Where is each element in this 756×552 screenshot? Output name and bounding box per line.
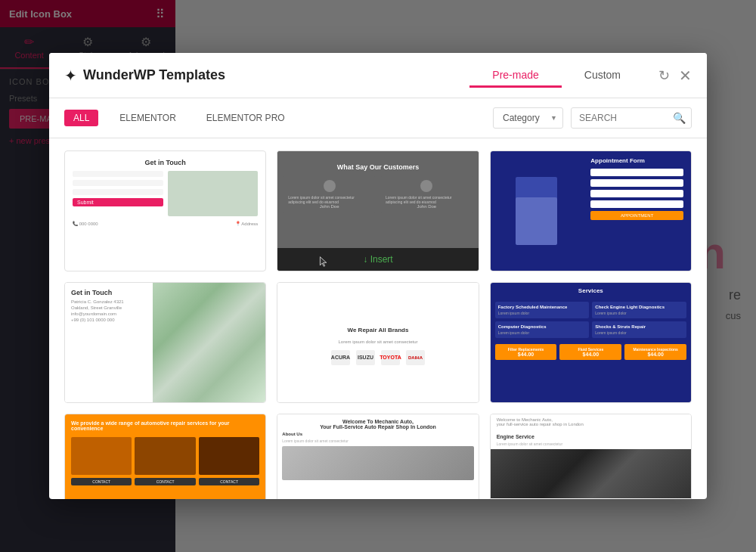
template-card[interactable]: Welcome To Mechanic Auto,Your Full-Servi… [277, 414, 479, 499]
modal-tabs: Pre-made Custom [469, 64, 643, 87]
filter-right: Category 🔍 [493, 107, 692, 129]
template-card[interactable]: Services Factory Scheduled Maintenance L… [490, 282, 692, 403]
close-icon[interactable]: ✕ [679, 67, 692, 85]
tab-premade[interactable]: Pre-made [469, 64, 561, 88]
tab-custom[interactable]: Custom [562, 64, 643, 88]
insert-button[interactable]: ↓ Insert [363, 254, 392, 265]
card-insert-overlay: ↓ Insert [277, 248, 478, 271]
logo-star-icon: ✦ [64, 67, 77, 85]
category-select[interactable]: Category [493, 107, 563, 129]
template-card[interactable]: We provide a wide range of automotive re… [64, 414, 266, 499]
refresh-icon[interactable]: ↻ [658, 67, 670, 84]
category-select-wrapper: Category [493, 107, 563, 129]
logo-text: WunderWP Templates [83, 67, 225, 83]
cursor [319, 256, 330, 269]
template-grid: Get in Touch Submit 📞 000 0000 📍 Address [49, 138, 707, 499]
template-card[interactable]: We Repair All Brands Lorem ipsum dolor s… [277, 282, 479, 403]
template-card[interactable]: Get in Touch Submit 📞 000 0000 📍 Address [64, 150, 266, 271]
template-card[interactable]: Get in Touch Patricia C. Gonzalez 4321 O… [64, 282, 266, 403]
insert-button[interactable]: ↓ Insert [575, 385, 607, 396]
filter-all-button[interactable]: ALL [64, 110, 98, 126]
insert-button[interactable]: ↓ Insert [149, 253, 181, 265]
modal-overlay: ✦ WunderWP Templates Pre-made Custom ↻ ✕… [0, 0, 756, 552]
insert-button[interactable]: ↓ Insert [362, 385, 395, 396]
insert-button[interactable]: ↓ Insert [149, 385, 181, 396]
filter-elementor-button[interactable]: ELEMENTOR [110, 110, 184, 126]
search-wrapper: 🔍 [571, 107, 692, 129]
modal-header: ✦ WunderWP Templates Pre-made Custom ↻ ✕ [49, 53, 707, 98]
modal-actions: ↻ ✕ [658, 67, 692, 85]
template-card[interactable]: What Say Our Customers Lorem ipsum dolor… [277, 150, 479, 271]
modal-logo: ✦ WunderWP Templates [64, 67, 469, 85]
wunderwp-modal: ✦ WunderWP Templates Pre-made Custom ↻ ✕… [49, 53, 707, 499]
template-card[interactable]: Welcome to Mechanic Auto,your full-servi… [490, 414, 692, 499]
search-icon: 🔍 [673, 112, 686, 124]
filter-bar: ALL ELEMENTOR ELEMENTOR PRO Category 🔍 [49, 98, 707, 138]
template-card[interactable]: Appointment Form APPOINTMENT ↓ Insert [490, 150, 692, 271]
filter-elementor-pro-button[interactable]: ELEMENTOR PRO [197, 110, 294, 126]
insert-button[interactable]: ↓ Insert [575, 253, 607, 265]
